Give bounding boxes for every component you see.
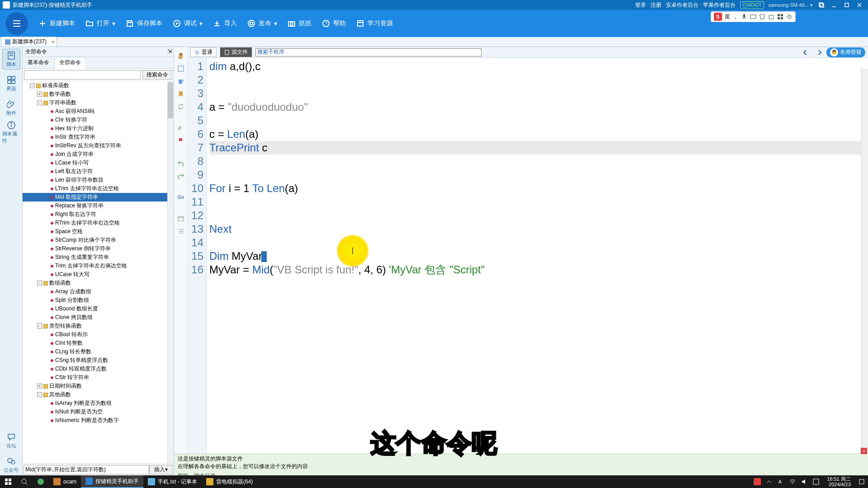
open-button[interactable]: 打开▾ xyxy=(85,19,115,28)
save-button[interactable]: 保存脚本 xyxy=(125,19,162,28)
insert-button[interactable]: 插入▾ xyxy=(149,465,173,474)
taskbar-notepad[interactable]: 手机.txt - 记事本 xyxy=(143,475,202,488)
tree-item[interactable]: CInt 转整数 xyxy=(23,339,174,347)
tree-item[interactable]: Asc 获得ANSI码 xyxy=(23,107,174,116)
taskbar-ld[interactable]: 雷电模拟器(64) xyxy=(202,475,257,488)
mic-icon[interactable] xyxy=(741,14,747,20)
search-button[interactable] xyxy=(16,475,33,488)
tree-item[interactable]: −其他函数 xyxy=(23,390,174,399)
undo-icon[interactable] xyxy=(176,158,185,167)
editor-vscrollbar[interactable] xyxy=(861,69,868,468)
close-panel-icon[interactable]: × xyxy=(861,448,867,454)
rail-props[interactable]: 脚本属性 xyxy=(2,122,20,143)
tray-notifications-icon[interactable] xyxy=(858,478,865,485)
capture-button[interactable]: 抓抓 xyxy=(287,19,311,28)
publish-button[interactable]: 发布▾ xyxy=(247,19,277,28)
tree-item[interactable]: RTrim 去掉字符串右边空格 xyxy=(23,219,174,227)
tree-item[interactable]: CDbl 转双精度浮点数 xyxy=(23,365,174,373)
comment-icon[interactable]: // xyxy=(176,124,185,133)
tree-item[interactable]: Clone 拷贝数组 xyxy=(23,313,174,322)
hand-icon[interactable] xyxy=(176,52,185,61)
bookmark-icon[interactable] xyxy=(176,89,185,99)
ime-punct[interactable]: ， xyxy=(733,13,738,21)
command-signature-field[interactable] xyxy=(24,465,149,474)
subroutine-search-input[interactable] xyxy=(255,48,481,56)
tree-item[interactable]: CSng 转单精度浮点数 xyxy=(23,356,174,365)
android-backend-link[interactable]: 安卓作者后台 xyxy=(666,1,698,9)
learn-button[interactable]: 学习资源 xyxy=(356,19,393,28)
minimize-icon[interactable] xyxy=(830,1,838,9)
tree-item[interactable]: LTrim 去掉字符串左边空格 xyxy=(23,184,174,193)
taskbar-ocam[interactable]: ocam xyxy=(49,475,81,488)
skin-icon[interactable] xyxy=(759,14,765,20)
tree-item[interactable]: Right 取右边字符 xyxy=(23,210,174,219)
tree-item[interactable]: String 生成重复字符串 xyxy=(23,253,174,262)
tree-item[interactable]: Trim 去掉字符串左右俩边空格 xyxy=(23,262,174,270)
tab-all-commands[interactable]: 全部命令 xyxy=(54,57,86,69)
toolbox-icon[interactable] xyxy=(768,14,774,20)
tree-item[interactable]: UBound 数组长度 xyxy=(23,305,174,313)
edge-button[interactable] xyxy=(33,475,49,488)
rail-ui[interactable]: 界面 xyxy=(2,73,20,94)
command-search-input[interactable] xyxy=(24,70,141,80)
teacher-qa-button[interactable]: 👨名师答疑 xyxy=(826,47,865,57)
tab-basic-commands[interactable]: 基本命令 xyxy=(23,57,54,68)
close-tab-icon[interactable]: × xyxy=(52,39,55,45)
tree-item[interactable]: CStr 转字符串 xyxy=(23,373,174,382)
popout-icon[interactable] xyxy=(817,1,826,9)
tree-item[interactable]: Mid 取指定字符串 xyxy=(23,193,174,202)
nav-next-icon[interactable] xyxy=(816,49,823,56)
help-button[interactable]: ?帮助 xyxy=(321,19,346,28)
keyboard-icon[interactable] xyxy=(750,14,756,20)
tree-item[interactable]: StrComp 对比俩个字符串 xyxy=(23,236,174,244)
tray-lang-icon[interactable] xyxy=(812,478,820,485)
grid-icon[interactable] xyxy=(777,14,783,20)
tray-volume-icon[interactable] xyxy=(801,478,808,485)
tray-wifi-icon[interactable] xyxy=(789,478,796,485)
expand-icon[interactable] xyxy=(176,64,185,73)
tree-item[interactable]: LCase 转小写 xyxy=(23,159,174,167)
rail-wechat[interactable]: 公众号 xyxy=(2,455,20,475)
nav-prev-icon[interactable] xyxy=(802,49,808,56)
tree-item[interactable]: IsArray 判断是否为数组 xyxy=(23,399,174,408)
tree-item[interactable]: InStrRev 反方向查找字符串 xyxy=(23,141,174,150)
tree-item[interactable]: IsNumeric 判断是否为数字 xyxy=(23,416,174,425)
tree-item[interactable]: Left 取左边字符 xyxy=(23,167,174,176)
tree-item[interactable]: UCase 转大写 xyxy=(23,270,174,279)
tree-item[interactable]: Array 合成数组 xyxy=(23,287,174,296)
redo-icon[interactable] xyxy=(176,171,185,180)
tree-item[interactable]: −标准库函数 xyxy=(23,81,174,90)
flag-icon[interactable] xyxy=(176,136,185,145)
code-editor[interactable]: dim a,d(),ca = "duoduoduoduo"c = Len(a)T… xyxy=(207,58,868,468)
command-search-button[interactable]: 搜索命令 xyxy=(142,70,172,80)
ime-lang[interactable]: 英 xyxy=(725,13,730,21)
tree-item[interactable]: Len 获得字符串数目 xyxy=(23,176,174,184)
import-button[interactable]: 导入 xyxy=(212,19,237,28)
device-selector[interactable]: samsung SM-49... ▾ xyxy=(769,2,813,8)
tree-item[interactable]: Join 合成字符串 xyxy=(23,150,174,159)
tree-item[interactable]: −类型转换函数 xyxy=(23,322,174,330)
document-tab[interactable]: 新建脚本(237) × xyxy=(1,37,57,47)
taskbar-ajjl[interactable]: 按键精灵手机助手 xyxy=(81,475,143,488)
go-icon[interactable]: Go xyxy=(176,192,185,202)
tray-up-icon[interactable] xyxy=(765,478,773,485)
tray-sogou-icon[interactable] xyxy=(754,478,761,485)
main-menu-button[interactable] xyxy=(5,12,28,35)
tree-item[interactable]: −字符串函数 xyxy=(23,99,174,107)
command-tree[interactable]: −标准库函数+数学函数−字符串函数Asc 获得ANSI码Chr 转换字符Hex … xyxy=(23,81,174,464)
rail-script[interactable]: 脚本 xyxy=(2,49,20,70)
view-source-button[interactable]: 源文件 xyxy=(220,47,252,57)
tree-item[interactable]: InStr 查找字符串 xyxy=(23,133,174,141)
cup-icon[interactable] xyxy=(176,77,185,86)
refresh-icon[interactable] xyxy=(176,102,185,111)
maximize-icon[interactable] xyxy=(843,1,851,9)
rail-attach[interactable]: 附件 xyxy=(2,98,20,118)
tree-item[interactable]: −数组函数 xyxy=(23,279,174,287)
tree-item[interactable]: Replace 替换字符串 xyxy=(23,202,174,210)
pin-icon[interactable]: ⇲ xyxy=(167,48,172,54)
view-normal-button[interactable]: 普通 xyxy=(190,47,217,57)
gear-icon[interactable] xyxy=(786,14,793,20)
tree-item[interactable]: CLng 转长整数 xyxy=(23,347,174,356)
tree-scrollbar[interactable] xyxy=(167,81,174,464)
rail-forum[interactable]: 论坛 xyxy=(2,430,20,451)
